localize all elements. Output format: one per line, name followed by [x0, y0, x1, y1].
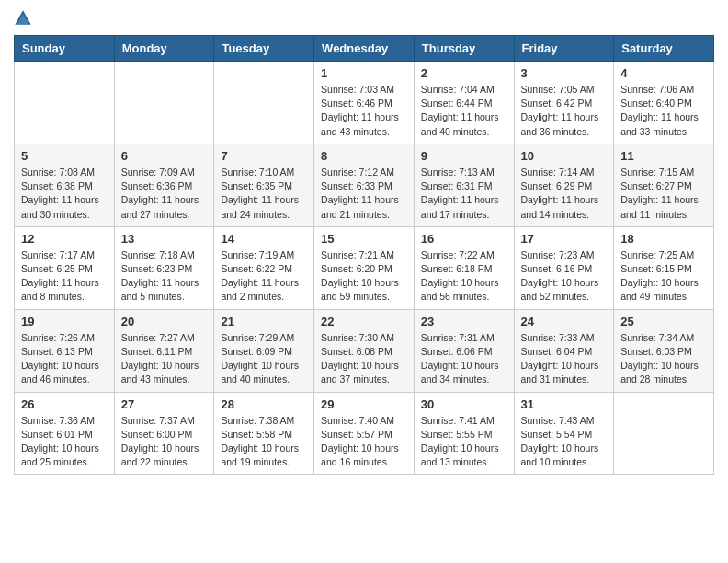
- day-number: 19: [21, 315, 108, 328]
- day-number: 8: [321, 149, 407, 163]
- day-number: 27: [121, 397, 208, 411]
- day-number: 26: [21, 397, 108, 411]
- calendar-cell: 9Sunrise: 7:13 AM Sunset: 6:31 PM Daylig…: [414, 144, 514, 226]
- calendar-cell: 8Sunrise: 7:12 AM Sunset: 6:33 PM Daylig…: [314, 144, 415, 226]
- calendar-cell: 13Sunrise: 7:18 AM Sunset: 6:23 PM Dayli…: [114, 226, 214, 309]
- weekday-header: Wednesday: [314, 36, 415, 62]
- calendar-cell: 18Sunrise: 7:25 AM Sunset: 6:15 PM Dayli…: [614, 226, 714, 309]
- day-number: 22: [321, 315, 407, 328]
- day-info: Sunrise: 7:14 AM Sunset: 6:29 PM Dayligh…: [521, 166, 608, 222]
- day-number: 16: [421, 232, 507, 246]
- calendar-cell: 2Sunrise: 7:04 AM Sunset: 6:44 PM Daylig…: [414, 62, 514, 144]
- calendar-cell: 5Sunrise: 7:08 AM Sunset: 6:38 PM Daylig…: [15, 144, 115, 226]
- day-number: 30: [421, 397, 507, 411]
- day-info: Sunrise: 7:19 AM Sunset: 6:22 PM Dayligh…: [221, 248, 307, 304]
- day-number: 11: [620, 149, 707, 163]
- day-info: Sunrise: 7:08 AM Sunset: 6:38 PM Dayligh…: [21, 166, 108, 222]
- day-info: Sunrise: 7:43 AM Sunset: 5:54 PM Dayligh…: [521, 414, 608, 470]
- day-info: Sunrise: 7:31 AM Sunset: 6:06 PM Dayligh…: [421, 331, 507, 387]
- calendar-cell: 21Sunrise: 7:29 AM Sunset: 6:09 PM Dayli…: [214, 309, 314, 392]
- day-info: Sunrise: 7:36 AM Sunset: 6:01 PM Dayligh…: [21, 414, 108, 470]
- calendar-cell: [114, 62, 214, 144]
- day-number: 25: [620, 315, 707, 328]
- calendar-cell: 31Sunrise: 7:43 AM Sunset: 5:54 PM Dayli…: [514, 392, 614, 475]
- calendar-cell: [15, 62, 115, 144]
- day-info: Sunrise: 7:13 AM Sunset: 6:31 PM Dayligh…: [421, 166, 507, 222]
- day-info: Sunrise: 7:12 AM Sunset: 6:33 PM Dayligh…: [321, 166, 407, 222]
- day-number: 13: [121, 232, 208, 246]
- calendar-cell: 23Sunrise: 7:31 AM Sunset: 6:06 PM Dayli…: [414, 309, 514, 392]
- calendar-week-row: 1Sunrise: 7:03 AM Sunset: 6:46 PM Daylig…: [15, 62, 714, 144]
- calendar-cell: 6Sunrise: 7:09 AM Sunset: 6:36 PM Daylig…: [114, 144, 214, 226]
- day-number: 3: [521, 66, 608, 80]
- day-number: 23: [421, 315, 507, 328]
- day-number: 29: [321, 397, 407, 411]
- calendar-cell: 19Sunrise: 7:26 AM Sunset: 6:13 PM Dayli…: [15, 309, 115, 392]
- day-number: 17: [521, 232, 608, 246]
- calendar-table: SundayMondayTuesdayWednesdayThursdayFrid…: [14, 35, 714, 475]
- day-number: 18: [620, 232, 707, 246]
- logo-icon: [14, 9, 32, 28]
- weekday-header: Tuesday: [214, 36, 314, 62]
- day-info: Sunrise: 7:15 AM Sunset: 6:27 PM Dayligh…: [620, 166, 707, 222]
- calendar-cell: 3Sunrise: 7:05 AM Sunset: 6:42 PM Daylig…: [514, 62, 614, 144]
- day-number: 12: [21, 232, 108, 246]
- day-info: Sunrise: 7:04 AM Sunset: 6:44 PM Dayligh…: [421, 83, 507, 139]
- day-info: Sunrise: 7:03 AM Sunset: 6:46 PM Dayligh…: [321, 83, 407, 139]
- calendar-week-row: 19Sunrise: 7:26 AM Sunset: 6:13 PM Dayli…: [15, 309, 714, 392]
- calendar-header-row: SundayMondayTuesdayWednesdayThursdayFrid…: [15, 36, 714, 62]
- calendar-cell: 29Sunrise: 7:40 AM Sunset: 5:57 PM Dayli…: [314, 392, 415, 475]
- day-info: Sunrise: 7:21 AM Sunset: 6:20 PM Dayligh…: [321, 248, 407, 304]
- calendar-cell: 22Sunrise: 7:30 AM Sunset: 6:08 PM Dayli…: [314, 309, 415, 392]
- calendar-week-row: 26Sunrise: 7:36 AM Sunset: 6:01 PM Dayli…: [15, 392, 714, 475]
- calendar-cell: [214, 62, 314, 144]
- day-number: 15: [321, 232, 407, 246]
- day-number: 14: [221, 232, 307, 246]
- day-info: Sunrise: 7:25 AM Sunset: 6:15 PM Dayligh…: [620, 248, 707, 304]
- calendar-cell: 4Sunrise: 7:06 AM Sunset: 6:40 PM Daylig…: [614, 62, 714, 144]
- day-info: Sunrise: 7:34 AM Sunset: 6:03 PM Dayligh…: [620, 331, 707, 387]
- calendar-cell: 7Sunrise: 7:10 AM Sunset: 6:35 PM Daylig…: [214, 144, 314, 226]
- day-info: Sunrise: 7:37 AM Sunset: 6:00 PM Dayligh…: [121, 414, 208, 470]
- weekday-header: Friday: [514, 36, 614, 62]
- calendar-cell: [614, 392, 714, 475]
- calendar-cell: 25Sunrise: 7:34 AM Sunset: 6:03 PM Dayli…: [614, 309, 714, 392]
- day-number: 4: [620, 66, 707, 80]
- weekday-header: Monday: [114, 36, 214, 62]
- calendar-cell: 20Sunrise: 7:27 AM Sunset: 6:11 PM Dayli…: [114, 309, 214, 392]
- calendar-cell: 16Sunrise: 7:22 AM Sunset: 6:18 PM Dayli…: [414, 226, 514, 309]
- calendar-cell: 12Sunrise: 7:17 AM Sunset: 6:25 PM Dayli…: [15, 226, 115, 309]
- day-info: Sunrise: 7:26 AM Sunset: 6:13 PM Dayligh…: [21, 331, 108, 387]
- day-number: 28: [221, 397, 307, 411]
- calendar-cell: 1Sunrise: 7:03 AM Sunset: 6:46 PM Daylig…: [314, 62, 415, 144]
- calendar-cell: 11Sunrise: 7:15 AM Sunset: 6:27 PM Dayli…: [614, 144, 714, 226]
- day-info: Sunrise: 7:18 AM Sunset: 6:23 PM Dayligh…: [121, 248, 208, 304]
- day-number: 5: [21, 149, 108, 163]
- day-info: Sunrise: 7:06 AM Sunset: 6:40 PM Dayligh…: [620, 83, 707, 139]
- day-info: Sunrise: 7:22 AM Sunset: 6:18 PM Dayligh…: [421, 248, 507, 304]
- logo: [14, 9, 36, 28]
- calendar-cell: 26Sunrise: 7:36 AM Sunset: 6:01 PM Dayli…: [15, 392, 115, 475]
- day-info: Sunrise: 7:05 AM Sunset: 6:42 PM Dayligh…: [521, 83, 608, 139]
- day-info: Sunrise: 7:27 AM Sunset: 6:11 PM Dayligh…: [121, 331, 208, 387]
- day-info: Sunrise: 7:10 AM Sunset: 6:35 PM Dayligh…: [221, 166, 307, 222]
- day-number: 31: [521, 397, 608, 411]
- calendar-cell: 10Sunrise: 7:14 AM Sunset: 6:29 PM Dayli…: [514, 144, 614, 226]
- day-info: Sunrise: 7:09 AM Sunset: 6:36 PM Dayligh…: [121, 166, 208, 222]
- day-info: Sunrise: 7:30 AM Sunset: 6:08 PM Dayligh…: [321, 331, 407, 387]
- day-info: Sunrise: 7:29 AM Sunset: 6:09 PM Dayligh…: [221, 331, 307, 387]
- day-number: 21: [221, 315, 307, 328]
- page-header: [14, 9, 714, 28]
- day-number: 2: [421, 66, 507, 80]
- calendar-week-row: 5Sunrise: 7:08 AM Sunset: 6:38 PM Daylig…: [15, 144, 714, 226]
- day-number: 1: [321, 66, 407, 80]
- calendar-cell: 14Sunrise: 7:19 AM Sunset: 6:22 PM Dayli…: [214, 226, 314, 309]
- day-number: 20: [121, 315, 208, 328]
- day-number: 7: [221, 149, 307, 163]
- calendar-cell: 30Sunrise: 7:41 AM Sunset: 5:55 PM Dayli…: [414, 392, 514, 475]
- day-info: Sunrise: 7:33 AM Sunset: 6:04 PM Dayligh…: [521, 331, 608, 387]
- day-number: 10: [521, 149, 608, 163]
- day-number: 6: [121, 149, 208, 163]
- day-info: Sunrise: 7:23 AM Sunset: 6:16 PM Dayligh…: [521, 248, 608, 304]
- calendar-cell: 17Sunrise: 7:23 AM Sunset: 6:16 PM Dayli…: [514, 226, 614, 309]
